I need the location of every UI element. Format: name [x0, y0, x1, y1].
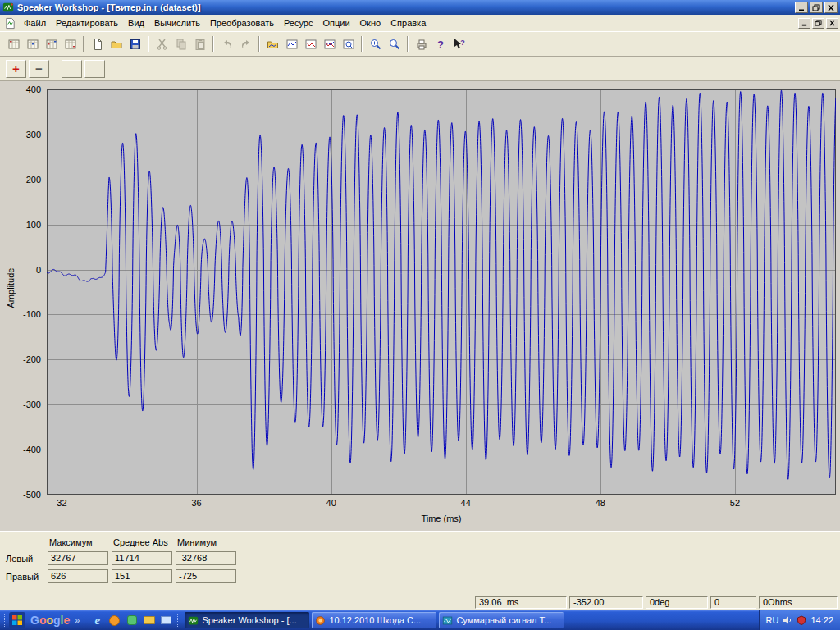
open-folder-icon	[110, 38, 123, 51]
stats-value-right-avg: 151	[112, 569, 172, 583]
show-desktop-icon[interactable]	[159, 614, 173, 628]
chart-overlay-icon	[323, 38, 336, 51]
task-button-skoda-page[interactable]: 10.12.2010 Шкода С...	[312, 612, 436, 628]
task-button-summary-signal[interactable]: Суммарный сигнал Т...	[439, 612, 564, 628]
chart-folder-icon	[267, 38, 280, 51]
zoom-in-icon	[369, 38, 382, 51]
help-button[interactable]: ?	[431, 35, 450, 53]
grid-tool-button-3[interactable]	[42, 35, 61, 53]
task-button-speaker-workshop[interactable]: Speaker Workshop - [...	[185, 612, 309, 628]
open-button[interactable]	[107, 35, 126, 53]
grid-tool-button-1[interactable]	[4, 35, 23, 53]
paste-button[interactable]	[190, 35, 209, 53]
mdi-minimize-button[interactable]	[798, 18, 810, 29]
menu-view[interactable]: Вид	[123, 16, 149, 30]
svg-text:?: ?	[437, 39, 444, 51]
google-toolbar[interactable]: Google	[30, 614, 70, 628]
undo-icon	[221, 38, 234, 51]
y-tick-label: 100	[0, 220, 41, 230]
new-button[interactable]	[88, 35, 107, 53]
x-tick-label: 36	[182, 498, 212, 508]
grid-tool-icon	[45, 38, 58, 51]
grid-tool-button-2[interactable]	[23, 35, 42, 53]
close-icon	[827, 4, 835, 11]
printer-icon	[415, 38, 428, 51]
volume-icon[interactable]	[783, 615, 792, 625]
minimize-icon	[797, 4, 806, 11]
plus-button[interactable]: +	[6, 60, 26, 78]
x-tick-label: 40	[317, 498, 346, 508]
zoom-out-icon	[388, 38, 401, 51]
antivirus-icon[interactable]	[797, 615, 806, 625]
zoom-toolbar: + −	[0, 57, 840, 81]
toolbar-separator	[83, 36, 84, 52]
x-tick-label: 52	[720, 498, 750, 508]
menu-file[interactable]: Файл	[19, 16, 51, 30]
windows-flag-icon	[11, 614, 23, 626]
context-help-icon: ?	[453, 38, 466, 51]
undo-button[interactable]	[217, 35, 236, 53]
grid-tool-button-4[interactable]	[61, 35, 80, 53]
close-button[interactable]	[824, 2, 838, 13]
restore-icon	[815, 20, 822, 26]
chart-red-button[interactable]	[301, 35, 320, 53]
minimize-button[interactable]	[795, 2, 808, 13]
menu-window[interactable]: Окно	[355, 16, 386, 30]
menu-resource[interactable]: Ресурс	[279, 16, 317, 30]
print-button[interactable]	[412, 35, 431, 53]
zoom-out-button[interactable]	[385, 35, 404, 53]
grid-tool-icon	[64, 38, 77, 51]
mdi-window-controls	[797, 18, 838, 29]
plot-area[interactable]	[47, 89, 836, 495]
minus-button[interactable]: −	[29, 60, 49, 78]
mdi-restore-button[interactable]	[812, 18, 824, 29]
chart-folder-button[interactable]	[263, 35, 282, 53]
status-amplitude: -352.00	[569, 596, 643, 609]
menu-options[interactable]: Опции	[317, 16, 354, 30]
toolbar-separator	[212, 36, 214, 52]
browser-page-icon	[315, 615, 326, 626]
chart-zoom-button[interactable]	[339, 35, 358, 53]
context-help-button[interactable]: ?	[450, 35, 468, 53]
maximize-button[interactable]	[810, 2, 823, 13]
menu-calculate[interactable]: Вычислить	[149, 16, 205, 30]
minimize-icon	[801, 20, 808, 26]
copy-button[interactable]	[171, 35, 190, 53]
menu-help[interactable]: Справка	[386, 16, 431, 30]
chart-overlay-button[interactable]	[320, 35, 339, 53]
taskbar-grip	[4, 614, 7, 627]
stats-value-right-max: 626	[48, 569, 108, 583]
toolbar-separator	[258, 36, 260, 52]
menu-edit[interactable]: Редактировать	[51, 16, 123, 30]
windows-logo-icon[interactable]	[9, 612, 25, 628]
blank-button-1[interactable]	[62, 60, 82, 78]
chart-view: Amplitude Time (ms) 32364044485240030020…	[0, 81, 840, 531]
document-icon[interactable]	[4, 17, 16, 30]
menu-items: Файл Редактировать Вид Вычислить Преобра…	[19, 16, 797, 30]
messenger-icon[interactable]	[125, 614, 139, 628]
help-icon: ?	[434, 38, 447, 51]
folder-icon[interactable]	[142, 614, 156, 628]
toolbar-separator	[361, 36, 363, 52]
chevron-icon[interactable]: »	[75, 615, 80, 625]
x-tick-label: 44	[451, 498, 481, 508]
ie-icon[interactable]: e	[90, 614, 104, 628]
redo-button[interactable]	[236, 35, 255, 53]
save-button[interactable]	[126, 35, 144, 53]
mdi-close-button[interactable]	[826, 18, 838, 29]
stats-header-maximum: Максимум	[48, 537, 108, 547]
language-indicator[interactable]: RU	[766, 615, 779, 625]
stats-value-right-min: -725	[176, 569, 236, 583]
media-player-icon[interactable]	[107, 614, 121, 628]
zoom-in-button[interactable]	[366, 35, 385, 53]
stats-table: Максимум Среднее Abs Минимум Левый 32767…	[5, 537, 236, 583]
title-bar: Speaker Workshop - [Твитер.in.r (dataset…	[0, 0, 840, 15]
blank-button-2[interactable]	[84, 60, 105, 78]
waveform-canvas[interactable]	[47, 89, 836, 495]
cut-button[interactable]	[153, 35, 171, 53]
chart-blue-button[interactable]	[282, 35, 301, 53]
taskbar: Google » e Speaker Workshop - [... 10.12…	[0, 610, 840, 630]
menu-transform[interactable]: Преобразовать	[205, 16, 279, 30]
main-toolbar: ? ?	[0, 32, 840, 57]
close-icon	[829, 20, 836, 26]
